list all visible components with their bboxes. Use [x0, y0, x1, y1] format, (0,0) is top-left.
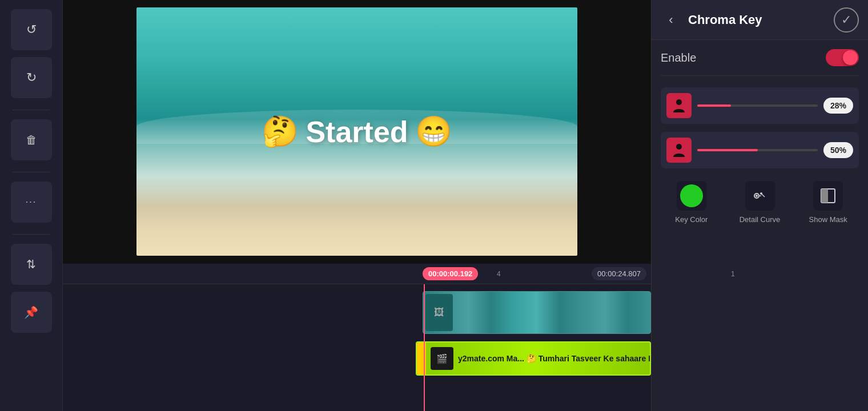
preview-label: Started: [306, 114, 408, 148]
pin-icon: 📌: [24, 305, 38, 319]
toggle-knob: [843, 50, 858, 65]
show-mask-button[interactable]: Show Mask: [797, 176, 859, 228]
redo-icon: ↻: [26, 70, 37, 85]
back-button[interactable]: ‹: [661, 10, 681, 30]
more-button[interactable]: ···: [11, 182, 52, 223]
subtitle-track-text: y2mate.com Ma... 🤔 Tumhari Tasveer Ke sa…: [458, 354, 651, 363]
end-time-badge: 00:00:24.807: [592, 267, 646, 280]
person-icon-1: [671, 98, 687, 114]
slider-row-2: 50%: [661, 132, 859, 168]
emoji-left: 🤔: [262, 114, 299, 149]
key-color-circle: [680, 184, 703, 207]
slider-1-icon: [666, 93, 692, 118]
show-mask-icon: [813, 181, 843, 211]
preview-canvas: 🤔 Started 😁: [136, 7, 577, 256]
right-panel: ‹ Chroma Key ✓ Enable 28%: [651, 0, 868, 411]
ruler-mark-1: 1: [731, 270, 735, 278]
svg-point-0: [676, 99, 682, 105]
key-color-icon: [677, 181, 706, 211]
show-mask-label: Show Mask: [809, 215, 847, 224]
pin-button[interactable]: 📌: [11, 292, 52, 333]
ruler-mark-4: 4: [497, 270, 501, 278]
svg-point-1: [676, 144, 682, 150]
enable-label: Enable: [661, 51, 696, 65]
checkmark-icon: ✓: [841, 13, 851, 27]
preview-text-overlay: 🤔 Started 😁: [262, 114, 452, 149]
svg-point-3: [756, 195, 758, 197]
slider-value-1: 28%: [823, 98, 853, 114]
left-toolbar: ↺ ↻ 🗑 ··· ⇅ 📌: [0, 0, 63, 411]
film-icon: 🎬: [436, 353, 448, 364]
image-icon: 🖼: [434, 307, 444, 319]
panel-title: Chroma Key: [688, 13, 827, 27]
current-time-badge: 00:00:00.192: [423, 267, 478, 280]
svg-point-6: [760, 192, 762, 195]
ellipsis-icon: ···: [26, 197, 37, 207]
key-color-button[interactable]: Key Color: [661, 176, 722, 228]
playhead[interactable]: [424, 284, 425, 411]
delete-button[interactable]: 🗑: [11, 119, 52, 160]
panel-header: ‹ Chroma Key ✓: [652, 0, 868, 40]
enable-toggle[interactable]: [826, 49, 859, 66]
split-button[interactable]: ⇅: [11, 244, 52, 285]
person-icon-2: [671, 142, 687, 158]
undo-icon: ↺: [26, 22, 37, 37]
enable-row: Enable: [661, 49, 859, 76]
detail-curve-label: Detail Curve: [740, 215, 781, 224]
subtitle-track-icon: 🎬: [431, 347, 453, 370]
toolbar-divider-2: [13, 172, 50, 172]
split-icon: ⇅: [26, 257, 36, 271]
slider-fill-1: [697, 104, 731, 107]
toolbar-divider-3: [13, 234, 50, 235]
emoji-right: 😁: [415, 114, 452, 149]
confirm-button[interactable]: ✓: [834, 7, 859, 33]
preview-area: 🤔 Started 😁: [63, 0, 651, 263]
slider-row-1: 28%: [661, 87, 859, 124]
trash-icon: 🗑: [26, 134, 37, 147]
video-track[interactable]: 🖼: [423, 291, 651, 334]
toolbar-divider-1: [13, 110, 50, 110]
timeline-tracks: 🖼 🎬 y2mate.com Ma... 🤔 Tumhari Tasveer K…: [63, 284, 651, 411]
slider-fill-2: [697, 149, 758, 151]
slider-track-2[interactable]: [697, 149, 818, 151]
panel-content: Enable 28%: [652, 40, 868, 411]
slider-2-icon: [666, 138, 692, 163]
slider-value-2: 50%: [823, 142, 853, 158]
bottom-options: Key Color Detail Curve: [661, 176, 859, 228]
subtitle-track[interactable]: 🎬 y2mate.com Ma... 🤔 Tumhari Tasveer Ke …: [416, 341, 651, 376]
redo-button[interactable]: ↻: [11, 57, 52, 98]
mask-icon: [818, 186, 838, 206]
main-area: 🤔 Started 😁 00:00:00.192 4 8 1 00:00:24.…: [63, 0, 651, 411]
detail-curve-button[interactable]: Detail Curve: [729, 176, 791, 228]
curve-icon: [750, 186, 770, 206]
timeline-area: 00:00:00.192 4 8 1 00:00:24.807 🖼 🎬: [63, 263, 651, 411]
undo-button[interactable]: ↺: [11, 9, 52, 50]
video-thumbnail: 🖼: [425, 294, 453, 331]
back-icon: ‹: [669, 13, 673, 27]
detail-curve-icon: [745, 181, 775, 211]
svg-rect-8: [821, 189, 828, 203]
slider-track-1[interactable]: [697, 104, 818, 107]
key-color-label: Key Color: [675, 215, 708, 224]
timeline-ruler: 00:00:00.192 4 8 1 00:00:24.807: [63, 264, 651, 284]
